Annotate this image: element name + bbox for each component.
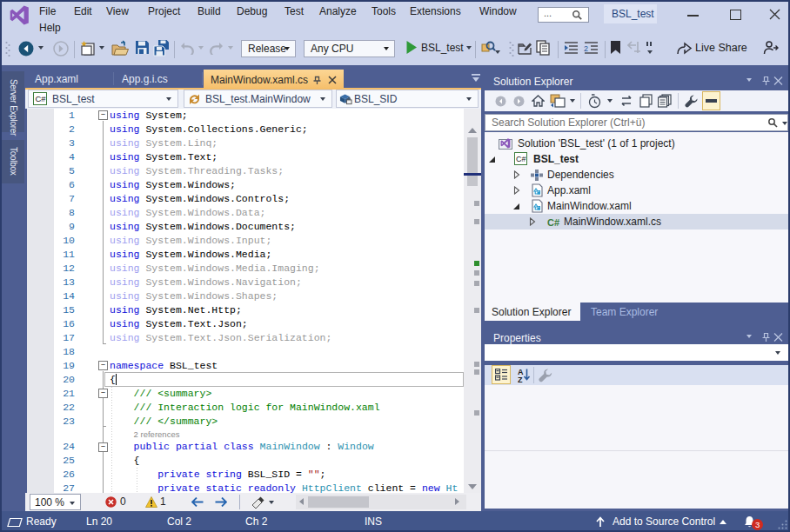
- svg-text:2: 2: [584, 44, 588, 53]
- svg-text:C#: C#: [35, 94, 46, 103]
- svg-text:C#: C#: [516, 155, 526, 163]
- svg-text:Z: Z: [518, 376, 523, 383]
- svg-text:C#: C#: [547, 217, 559, 228]
